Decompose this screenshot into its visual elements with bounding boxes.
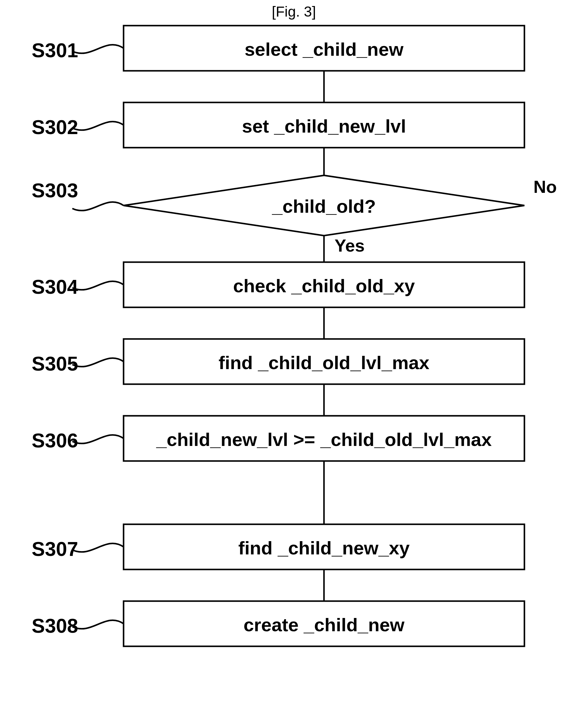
figure-label: [Fig. 3] [272,4,316,20]
step-s306: _child_new_lvl >= _child_old_lvl_max S30… [31,416,524,461]
step-text: find _child_new_xy [238,538,410,558]
label-connector [72,202,124,211]
decision-no: No [533,177,556,196]
step-text: _child_new_lvl >= _child_old_lvl_max [156,429,492,450]
step-s307: find _child_new_xy S307 [31,524,524,569]
decision-text: _child_old? [272,196,376,217]
label-connector [72,621,124,629]
step-s303: _child_old? Yes No S303 [31,175,556,255]
step-label: S308 [31,615,78,637]
step-s302: set _child_new_lvl S302 [31,103,524,148]
label-connector [72,435,124,443]
flowchart: [Fig. 3] select _child_new S301 set _chi… [0,0,588,715]
label-connector [72,544,124,552]
step-label: S306 [31,429,78,452]
step-label: S303 [31,179,78,201]
label-connector [72,122,124,130]
step-s308: create _child_new S308 [31,601,524,646]
label-connector [72,358,124,367]
step-text: set _child_new_lvl [242,116,406,136]
label-connector [72,281,124,290]
step-label: S307 [31,538,78,560]
decision-yes: Yes [335,236,365,255]
step-s305: find _child_old_lvl_max S305 [31,339,524,384]
step-label: S301 [31,39,78,62]
step-text: create _child_new [244,614,405,635]
step-text: check _child_old_xy [233,275,415,296]
label-connector [72,45,124,53]
step-label: S302 [31,116,78,138]
step-label: S305 [31,352,78,375]
step-text: select _child_new [245,39,403,60]
step-s301: select _child_new S301 [31,26,524,71]
step-s304: check _child_old_xy S304 [31,262,524,307]
step-label: S304 [31,276,78,298]
step-text: find _child_old_lvl_max [218,352,429,373]
